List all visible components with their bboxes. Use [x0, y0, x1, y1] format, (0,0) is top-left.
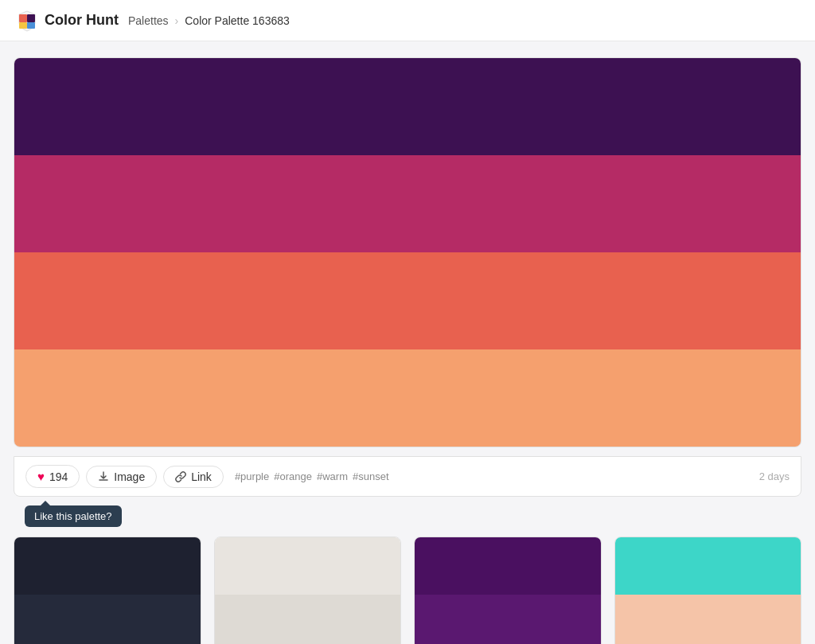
logo-icon: [16, 10, 38, 32]
action-bar: ♥ 194 Image Link #purple #orange #warm #…: [14, 456, 801, 497]
card2-strip2: [215, 595, 401, 644]
tag-list: #purple #orange #warm #sunset: [235, 470, 389, 482]
color-strip-1: [14, 58, 801, 155]
logo-link[interactable]: Color Hunt: [16, 10, 119, 32]
image-btn-label: Image: [114, 470, 145, 483]
tag-purple[interactable]: #purple: [235, 470, 269, 482]
card4-strip2: [615, 595, 801, 644]
tag-orange[interactable]: #orange: [274, 470, 312, 482]
time-label: 2 days: [759, 470, 790, 482]
card3-strip1: [415, 537, 601, 595]
card1-strip2: [14, 595, 201, 644]
card3-strip2: [415, 595, 601, 644]
download-icon: [98, 471, 109, 482]
related-palette-1[interactable]: [14, 537, 201, 644]
like-count: 194: [49, 470, 68, 483]
card2-strip1: [215, 537, 401, 595]
color-strip-2: [14, 155, 801, 252]
site-header: Color Hunt Palettes › Color Palette 1636…: [0, 0, 815, 41]
svg-rect-2: [19, 22, 27, 29]
related-palette-4[interactable]: [614, 537, 802, 644]
heart-icon: ♥: [37, 470, 45, 483]
tag-warm[interactable]: #warm: [317, 470, 348, 482]
color-strip-3: [14, 252, 801, 349]
like-button[interactable]: ♥ 194: [25, 465, 80, 488]
like-tooltip: Like this palette?: [25, 505, 122, 527]
link-btn-label: Link: [191, 470, 212, 483]
related-palette-3[interactable]: [414, 537, 602, 644]
link-button[interactable]: Link: [163, 466, 224, 488]
card1-strip1: [14, 537, 201, 595]
link-icon: [175, 471, 186, 482]
image-button[interactable]: Image: [86, 466, 157, 488]
main-content: ♥ 194 Image Link #purple #orange #warm #…: [6, 57, 809, 644]
site-title: Color Hunt: [45, 12, 119, 29]
color-strip-4: [14, 349, 801, 447]
palettes-breadcrumb-link[interactable]: Palettes: [128, 14, 169, 27]
related-palettes: [14, 537, 801, 644]
card4-strip1: [615, 537, 801, 595]
svg-rect-0: [19, 14, 27, 22]
svg-rect-1: [27, 14, 35, 22]
svg-rect-3: [27, 22, 35, 29]
breadcrumb: Palettes › Color Palette 163683: [128, 14, 290, 27]
palette-display: [14, 57, 801, 447]
breadcrumb-separator: ›: [175, 14, 179, 27]
tag-sunset[interactable]: #sunset: [353, 470, 389, 482]
related-palette-2[interactable]: [214, 537, 402, 644]
breadcrumb-current: Color Palette 163683: [185, 14, 290, 27]
